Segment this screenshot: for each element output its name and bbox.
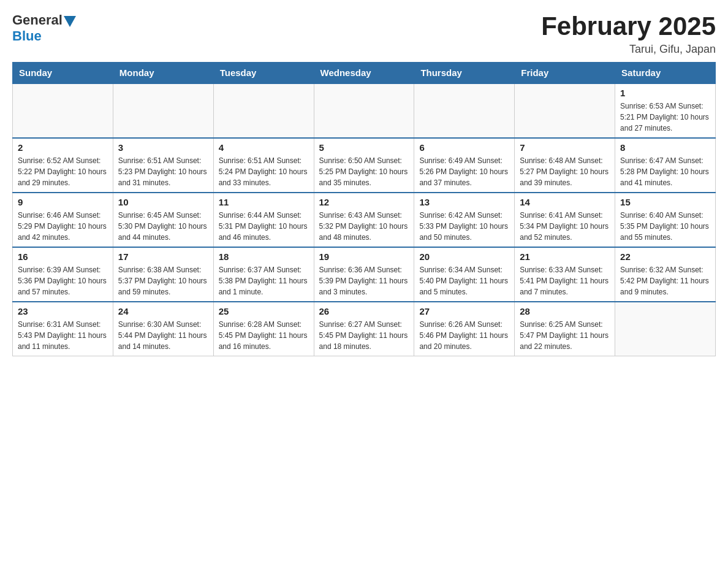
day-info: Sunrise: 6:28 AM Sunset: 5:45 PM Dayligh… [219,319,309,352]
calendar-cell: 2Sunrise: 6:52 AM Sunset: 5:22 PM Daylig… [13,138,113,193]
day-number: 16 [18,251,108,262]
day-info: Sunrise: 6:42 AM Sunset: 5:33 PM Dayligh… [419,210,509,243]
calendar-cell: 20Sunrise: 6:34 AM Sunset: 5:40 PM Dayli… [414,247,515,302]
day-info: Sunrise: 6:41 AM Sunset: 5:34 PM Dayligh… [520,210,610,243]
location-text: Tarui, Gifu, Japan [541,43,716,56]
title-area: February 2025 Tarui, Gifu, Japan [541,12,716,56]
calendar-cell: 10Sunrise: 6:45 AM Sunset: 5:30 PM Dayli… [113,193,213,247]
calendar-week-row: 16Sunrise: 6:39 AM Sunset: 5:36 PM Dayli… [13,247,716,302]
day-number: 3 [118,142,208,153]
calendar-cell: 28Sunrise: 6:25 AM Sunset: 5:47 PM Dayli… [515,302,615,356]
day-number: 14 [520,197,610,207]
day-number: 6 [419,142,509,153]
day-info: Sunrise: 6:45 AM Sunset: 5:30 PM Dayligh… [118,210,208,243]
day-number: 20 [419,251,509,262]
calendar-cell [113,83,213,138]
calendar-cell: 9Sunrise: 6:46 AM Sunset: 5:29 PM Daylig… [13,193,113,247]
general-label: General [12,12,63,28]
day-number: 28 [520,306,610,316]
calendar-cell: 25Sunrise: 6:28 AM Sunset: 5:45 PM Dayli… [213,302,314,356]
day-number: 2 [18,142,108,153]
calendar-cell: 6Sunrise: 6:49 AM Sunset: 5:26 PM Daylig… [414,138,515,193]
logo-arrow-icon [64,16,76,27]
day-info: Sunrise: 6:49 AM Sunset: 5:26 PM Dayligh… [419,155,509,188]
day-info: Sunrise: 6:33 AM Sunset: 5:41 PM Dayligh… [520,264,610,297]
calendar-week-row: 2Sunrise: 6:52 AM Sunset: 5:22 PM Daylig… [13,138,716,193]
day-number: 15 [620,197,710,207]
calendar-cell: 15Sunrise: 6:40 AM Sunset: 5:35 PM Dayli… [615,193,716,247]
calendar-cell: 8Sunrise: 6:47 AM Sunset: 5:28 PM Daylig… [615,138,716,193]
day-info: Sunrise: 6:36 AM Sunset: 5:39 PM Dayligh… [319,264,409,297]
day-number: 7 [520,142,610,153]
day-number: 21 [520,251,610,262]
day-info: Sunrise: 6:48 AM Sunset: 5:27 PM Dayligh… [520,155,610,188]
day-info: Sunrise: 6:37 AM Sunset: 5:38 PM Dayligh… [219,264,309,297]
day-header-tuesday: Tuesday [213,63,314,84]
day-number: 4 [219,142,309,153]
day-info: Sunrise: 6:47 AM Sunset: 5:28 PM Dayligh… [620,155,710,188]
calendar-cell: 5Sunrise: 6:50 AM Sunset: 5:25 PM Daylig… [314,138,414,193]
day-info: Sunrise: 6:25 AM Sunset: 5:47 PM Dayligh… [520,319,610,352]
day-info: Sunrise: 6:30 AM Sunset: 5:44 PM Dayligh… [118,319,208,352]
calendar-cell [13,83,113,138]
day-info: Sunrise: 6:52 AM Sunset: 5:22 PM Dayligh… [18,155,108,188]
day-info: Sunrise: 6:51 AM Sunset: 5:23 PM Dayligh… [118,155,208,188]
day-number: 11 [219,197,309,207]
calendar-cell [515,83,615,138]
day-info: Sunrise: 6:34 AM Sunset: 5:40 PM Dayligh… [419,264,509,297]
day-number: 22 [620,251,710,262]
calendar-week-row: 1Sunrise: 6:53 AM Sunset: 5:21 PM Daylig… [13,83,716,138]
calendar-cell: 26Sunrise: 6:27 AM Sunset: 5:45 PM Dayli… [314,302,414,356]
day-info: Sunrise: 6:46 AM Sunset: 5:29 PM Dayligh… [18,210,108,243]
calendar-cell: 3Sunrise: 6:51 AM Sunset: 5:23 PM Daylig… [113,138,213,193]
day-info: Sunrise: 6:43 AM Sunset: 5:32 PM Dayligh… [319,210,409,243]
logo: General Blue [12,12,76,44]
calendar-table: SundayMondayTuesdayWednesdayThursdayFrid… [12,62,716,356]
day-number: 23 [18,306,108,316]
day-number: 26 [319,306,409,316]
logo-blue-label: Blue [12,28,42,44]
day-header-wednesday: Wednesday [314,63,414,84]
header: General Blue February 2025 Tarui, Gifu, … [12,12,716,56]
day-info: Sunrise: 6:26 AM Sunset: 5:46 PM Dayligh… [419,319,509,352]
day-info: Sunrise: 6:27 AM Sunset: 5:45 PM Dayligh… [319,319,409,352]
day-number: 24 [118,306,208,316]
day-number: 10 [118,197,208,207]
calendar-cell: 19Sunrise: 6:36 AM Sunset: 5:39 PM Dayli… [314,247,414,302]
day-info: Sunrise: 6:44 AM Sunset: 5:31 PM Dayligh… [219,210,309,243]
day-info: Sunrise: 6:38 AM Sunset: 5:37 PM Dayligh… [118,264,208,297]
day-number: 9 [18,197,108,207]
day-number: 8 [620,142,710,153]
day-info: Sunrise: 6:39 AM Sunset: 5:36 PM Dayligh… [18,264,108,297]
day-number: 1 [620,88,710,98]
day-header-friday: Friday [515,63,615,84]
logo-general-text: General [12,12,76,28]
calendar-cell: 13Sunrise: 6:42 AM Sunset: 5:33 PM Dayli… [414,193,515,247]
calendar-cell: 18Sunrise: 6:37 AM Sunset: 5:38 PM Dayli… [213,247,314,302]
calendar-cell: 4Sunrise: 6:51 AM Sunset: 5:24 PM Daylig… [213,138,314,193]
calendar-cell: 22Sunrise: 6:32 AM Sunset: 5:42 PM Dayli… [615,247,716,302]
calendar-cell: 7Sunrise: 6:48 AM Sunset: 5:27 PM Daylig… [515,138,615,193]
day-header-thursday: Thursday [414,63,515,84]
calendar-cell [615,302,716,356]
day-info: Sunrise: 6:51 AM Sunset: 5:24 PM Dayligh… [219,155,309,188]
day-number: 25 [219,306,309,316]
calendar-cell: 11Sunrise: 6:44 AM Sunset: 5:31 PM Dayli… [213,193,314,247]
day-info: Sunrise: 6:40 AM Sunset: 5:35 PM Dayligh… [620,210,710,243]
day-header-monday: Monday [113,63,213,84]
calendar-cell [314,83,414,138]
calendar-cell: 17Sunrise: 6:38 AM Sunset: 5:37 PM Dayli… [113,247,213,302]
day-number: 12 [319,197,409,207]
day-number: 18 [219,251,309,262]
day-info: Sunrise: 6:31 AM Sunset: 5:43 PM Dayligh… [18,319,108,352]
calendar-cell: 23Sunrise: 6:31 AM Sunset: 5:43 PM Dayli… [13,302,113,356]
calendar-week-row: 23Sunrise: 6:31 AM Sunset: 5:43 PM Dayli… [13,302,716,356]
calendar-header-row: SundayMondayTuesdayWednesdayThursdayFrid… [13,63,716,84]
calendar-cell: 24Sunrise: 6:30 AM Sunset: 5:44 PM Dayli… [113,302,213,356]
day-number: 27 [419,306,509,316]
day-header-saturday: Saturday [615,63,716,84]
calendar-week-row: 9Sunrise: 6:46 AM Sunset: 5:29 PM Daylig… [13,193,716,247]
day-number: 17 [118,251,208,262]
day-info: Sunrise: 6:53 AM Sunset: 5:21 PM Dayligh… [620,101,710,134]
calendar-cell: 21Sunrise: 6:33 AM Sunset: 5:41 PM Dayli… [515,247,615,302]
